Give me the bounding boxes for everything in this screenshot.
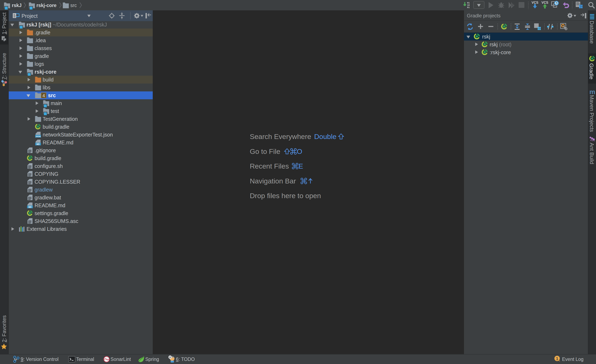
svg-text:JSON: JSON [36,135,41,138]
svg-text:MD: MD [28,206,32,208]
svg-text:MD: MD [37,143,40,146]
svg-text:VCS: VCS [542,1,548,4]
svg-text:VCS: VCS [532,1,538,4]
svg-text:1: 1 [556,356,558,361]
svg-text:01: 01 [467,6,470,9]
